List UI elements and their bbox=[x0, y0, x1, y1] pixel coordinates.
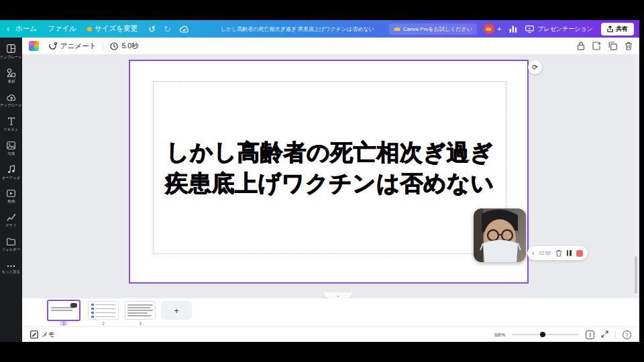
sidebar-label-templates: テンプレート bbox=[0, 54, 22, 60]
sidebar-item-photos[interactable]: 写真 bbox=[0, 137, 22, 161]
duration-button[interactable]: 5.0秒 bbox=[110, 42, 138, 51]
template-icon bbox=[7, 44, 15, 53]
zoom-slider-thumb[interactable] bbox=[540, 332, 545, 337]
background-color-chip[interactable] bbox=[29, 41, 39, 51]
presentation-icon bbox=[525, 25, 534, 33]
home-button[interactable]: ‹ ホーム bbox=[7, 24, 37, 34]
sidebar-item-templates[interactable]: テンプレート bbox=[0, 40, 22, 64]
duplicate-button[interactable] bbox=[608, 42, 617, 50]
share-button[interactable]: 共有 bbox=[601, 23, 634, 36]
object-panel-sidebar: テンプレート 素材 アップロード テキスト 写真 オーディオ 動画 グラフ bbox=[0, 38, 22, 342]
top-menu-bar: ‹ ホーム ファイル サイズを変更 ↺ ↻ しかし高齢者の死亡相次ぎ過ぎ 疾患底… bbox=[0, 20, 639, 38]
page-filmstrip: 1 2 3 + bbox=[22, 298, 639, 326]
video-icon bbox=[7, 190, 15, 197]
sidebar-item-elements[interactable]: 素材 bbox=[0, 64, 22, 88]
sidebar-item-more[interactable]: もっと見る bbox=[0, 257, 22, 282]
elements-icon bbox=[7, 68, 15, 77]
sidebar-item-videos[interactable]: 動画 bbox=[0, 185, 22, 209]
file-label: ファイル bbox=[48, 24, 76, 34]
notes-label: メモ bbox=[42, 330, 54, 339]
page-thumbnail-3[interactable] bbox=[125, 301, 156, 320]
trash-icon bbox=[625, 42, 633, 50]
page-count-label: 3 bbox=[589, 333, 592, 337]
thumb2-list-row bbox=[91, 308, 115, 310]
sidebar-label-elements: 素材 bbox=[7, 78, 15, 84]
thumb2-list-row bbox=[91, 304, 115, 306]
canva-pro-trial-button[interactable]: Canva Proをお試しください bbox=[389, 23, 477, 35]
canvas-collapse-tab[interactable]: ⌄ bbox=[324, 292, 352, 298]
delete-button[interactable] bbox=[625, 42, 633, 50]
slide-page[interactable]: しかし高齢者の死亡相次ぎ過ぎ 疾患底上げワクチンは否めない bbox=[129, 60, 529, 284]
help-button[interactable]: ? bbox=[623, 330, 631, 339]
chart-icon bbox=[7, 214, 15, 221]
sidebar-label-more-folders: フォルダー bbox=[2, 247, 21, 252]
statusbar-divider bbox=[615, 330, 616, 339]
chevron-down-icon: ⌄ bbox=[336, 294, 341, 297]
upload-icon bbox=[7, 93, 16, 101]
undo-button[interactable]: ↺ bbox=[148, 24, 156, 34]
avatar-crown-icon bbox=[486, 26, 492, 32]
page-thumbnail-1[interactable] bbox=[47, 300, 80, 321]
sidebar-item-folders[interactable]: フォルダー bbox=[0, 233, 22, 257]
sidebar-item-charts[interactable]: グラフ bbox=[0, 209, 22, 233]
notes-icon bbox=[30, 330, 38, 339]
user-avatar[interactable] bbox=[484, 23, 494, 34]
recording-delete-button[interactable] bbox=[555, 249, 562, 257]
chevron-left-icon: ‹ bbox=[7, 24, 9, 34]
expand-icon bbox=[601, 330, 608, 338]
add-member-button[interactable]: + bbox=[497, 25, 501, 33]
refresh-icon: ⟳ bbox=[532, 63, 538, 72]
notes-button[interactable]: メモ bbox=[30, 330, 54, 339]
recording-collapse-chevron-icon[interactable]: ‹ bbox=[532, 249, 534, 257]
clock-icon bbox=[110, 42, 118, 50]
canvas-scrollbar[interactable] bbox=[634, 55, 638, 298]
sidebar-label-uploads: アップロード bbox=[0, 103, 22, 108]
toolbar-right-actions bbox=[577, 42, 633, 50]
fullscreen-button[interactable] bbox=[601, 330, 608, 339]
crown-icon bbox=[394, 26, 400, 32]
animate-label: アニメート bbox=[60, 42, 96, 51]
folder-icon bbox=[7, 238, 15, 245]
sidebar-label-more: もっと見る bbox=[2, 269, 21, 274]
animate-icon bbox=[48, 42, 57, 50]
share-upload-icon bbox=[607, 25, 613, 33]
page-number-2: 2 bbox=[88, 321, 119, 326]
sidebar-item-uploads[interactable]: アップロード bbox=[0, 88, 22, 113]
sidebar-label-text: テキスト bbox=[3, 127, 18, 132]
toolbar-divider bbox=[103, 42, 103, 51]
zoom-slider[interactable] bbox=[512, 334, 579, 335]
presentation-label: プレゼンテーション bbox=[537, 25, 593, 34]
duplicate-icon bbox=[608, 42, 617, 50]
sidebar-label-videos: 動画 bbox=[7, 198, 15, 204]
insights-chart-button[interactable] bbox=[509, 25, 517, 33]
refresh-button[interactable]: ⟳ bbox=[528, 60, 542, 74]
file-menu-button[interactable]: ファイル bbox=[48, 24, 76, 34]
add-page-button-filmstrip[interactable]: + bbox=[161, 301, 192, 320]
selected-text-box[interactable]: しかし高齢者の死亡相次ぎ過ぎ 疾患底上げワクチンは否めない bbox=[153, 81, 506, 254]
sidebar-label-charts: グラフ bbox=[5, 223, 17, 228]
recording-timer: 02:55 bbox=[539, 251, 551, 255]
sidebar-item-text[interactable]: テキスト bbox=[0, 113, 22, 137]
recording-controls: ‹ 02:55 bbox=[527, 246, 588, 260]
sidebar-item-audio[interactable]: オーディオ bbox=[0, 161, 22, 185]
redo-button[interactable]: ↻ bbox=[164, 24, 171, 34]
recording-pause-button[interactable] bbox=[567, 250, 572, 256]
canva-editor-window: ‹ ホーム ファイル サイズを変更 ↺ ↻ しかし高齢者の死亡相次ぎ過ぎ 疾患底… bbox=[0, 20, 639, 342]
recording-stop-button[interactable] bbox=[576, 250, 583, 257]
lock-button[interactable] bbox=[577, 42, 585, 50]
grid-view-button[interactable]: 3 bbox=[586, 330, 594, 339]
question-icon: ? bbox=[625, 332, 628, 338]
lock-icon bbox=[577, 42, 585, 50]
pro-label: Canva Proをお試しください bbox=[403, 25, 472, 33]
webcam-overlay[interactable] bbox=[474, 208, 526, 262]
thumb1-webcam-blob bbox=[70, 303, 77, 308]
page-thumbnail-2[interactable] bbox=[88, 301, 119, 320]
resize-dot-icon bbox=[87, 27, 92, 32]
add-page-button[interactable] bbox=[592, 42, 601, 50]
presentation-button[interactable]: プレゼンテーション bbox=[525, 25, 593, 34]
resize-button[interactable]: サイズを変更 bbox=[87, 24, 138, 34]
document-title[interactable]: しかし高齢者の死亡相次ぎ過ぎ 疾患底上げワクチンは否めない bbox=[221, 25, 374, 33]
design-canvas-area: しかし高齢者の死亡相次ぎ過ぎ 疾患底上げワクチンは否めない bbox=[22, 55, 639, 298]
photos-icon bbox=[7, 141, 15, 149]
animate-button[interactable]: アニメート bbox=[48, 42, 96, 51]
